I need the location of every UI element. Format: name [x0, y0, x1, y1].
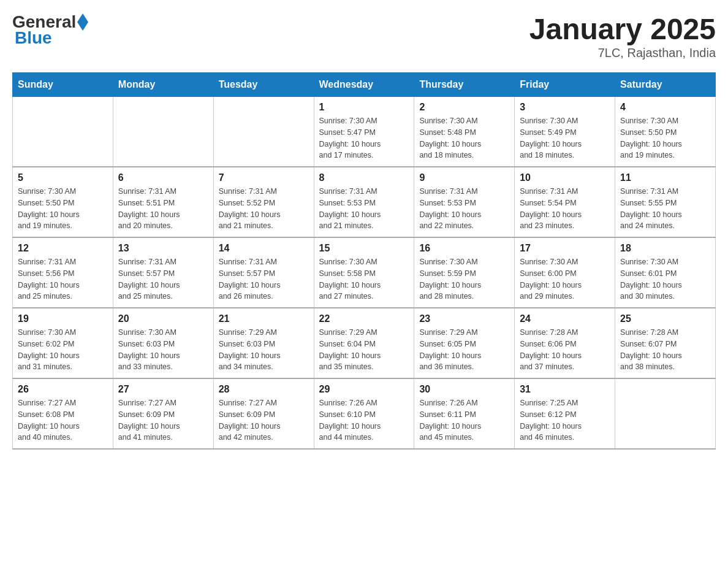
day-number: 14	[219, 243, 309, 254]
calendar-subtitle: 7LC, Rajasthan, India	[529, 46, 716, 60]
weekday-header-cell: Saturday	[615, 73, 716, 97]
day-number: 2	[419, 102, 509, 113]
calendar-cell	[13, 97, 113, 167]
calendar-cell: 23Sunrise: 7:29 AMSunset: 6:05 PMDayligh…	[414, 308, 515, 378]
day-info: Sunrise: 7:27 AMSunset: 6:09 PMDaylight:…	[118, 397, 208, 443]
weekday-header-cell: Tuesday	[213, 73, 314, 97]
logo-blue-text: Blue	[15, 28, 52, 48]
calendar-cell: 21Sunrise: 7:29 AMSunset: 6:03 PMDayligh…	[213, 308, 314, 378]
day-number: 4	[620, 102, 710, 113]
calendar-cell: 10Sunrise: 7:31 AMSunset: 5:54 PMDayligh…	[515, 167, 615, 237]
day-info: Sunrise: 7:31 AMSunset: 5:55 PMDaylight:…	[620, 186, 710, 232]
day-info: Sunrise: 7:27 AMSunset: 6:09 PMDaylight:…	[219, 397, 309, 443]
day-info: Sunrise: 7:27 AMSunset: 6:08 PMDaylight:…	[18, 397, 108, 443]
day-info: Sunrise: 7:31 AMSunset: 5:53 PMDaylight:…	[319, 186, 409, 232]
calendar-week-row: 19Sunrise: 7:30 AMSunset: 6:02 PMDayligh…	[13, 308, 716, 378]
day-number: 27	[118, 384, 208, 395]
day-info: Sunrise: 7:30 AMSunset: 5:50 PMDaylight:…	[620, 115, 710, 161]
day-number: 6	[118, 172, 208, 183]
calendar-cell: 3Sunrise: 7:30 AMSunset: 5:49 PMDaylight…	[515, 97, 615, 167]
day-info: Sunrise: 7:30 AMSunset: 5:48 PMDaylight:…	[419, 115, 509, 161]
day-number: 30	[419, 384, 509, 395]
day-info: Sunrise: 7:28 AMSunset: 6:06 PMDaylight:…	[520, 327, 610, 373]
day-info: Sunrise: 7:30 AMSunset: 5:58 PMDaylight:…	[319, 256, 409, 302]
calendar-cell: 31Sunrise: 7:25 AMSunset: 6:12 PMDayligh…	[515, 378, 615, 449]
day-info: Sunrise: 7:31 AMSunset: 5:57 PMDaylight:…	[118, 256, 208, 302]
day-number: 23	[419, 313, 509, 324]
calendar-week-row: 26Sunrise: 7:27 AMSunset: 6:08 PMDayligh…	[13, 378, 716, 449]
calendar-cell: 29Sunrise: 7:26 AMSunset: 6:10 PMDayligh…	[314, 378, 414, 449]
day-info: Sunrise: 7:31 AMSunset: 5:57 PMDaylight:…	[219, 256, 309, 302]
weekday-header-cell: Wednesday	[314, 73, 414, 97]
calendar-cell: 7Sunrise: 7:31 AMSunset: 5:52 PMDaylight…	[213, 167, 314, 237]
day-info: Sunrise: 7:28 AMSunset: 6:07 PMDaylight:…	[620, 327, 710, 373]
day-info: Sunrise: 7:26 AMSunset: 6:10 PMDaylight:…	[319, 397, 409, 443]
calendar-cell: 13Sunrise: 7:31 AMSunset: 5:57 PMDayligh…	[113, 237, 213, 308]
day-number: 10	[520, 172, 610, 183]
day-number: 1	[319, 102, 409, 113]
day-info: Sunrise: 7:31 AMSunset: 5:56 PMDaylight:…	[18, 256, 108, 302]
day-info: Sunrise: 7:26 AMSunset: 6:11 PMDaylight:…	[419, 397, 509, 443]
day-number: 25	[620, 313, 710, 324]
day-number: 16	[419, 243, 509, 254]
day-number: 18	[620, 243, 710, 254]
weekday-header-cell: Sunday	[13, 73, 113, 97]
calendar-title: January 2025	[529, 12, 716, 46]
day-info: Sunrise: 7:30 AMSunset: 5:49 PMDaylight:…	[520, 115, 610, 161]
calendar-cell: 19Sunrise: 7:30 AMSunset: 6:02 PMDayligh…	[13, 308, 113, 378]
day-number: 26	[18, 384, 108, 395]
day-info: Sunrise: 7:31 AMSunset: 5:53 PMDaylight:…	[419, 186, 509, 232]
day-number: 24	[520, 313, 610, 324]
calendar-cell	[113, 97, 213, 167]
calendar-cell: 8Sunrise: 7:31 AMSunset: 5:53 PMDaylight…	[314, 167, 414, 237]
day-number: 5	[18, 172, 108, 183]
day-number: 17	[520, 243, 610, 254]
day-number: 7	[219, 172, 309, 183]
day-info: Sunrise: 7:25 AMSunset: 6:12 PMDaylight:…	[520, 397, 610, 443]
day-number: 31	[520, 384, 610, 395]
title-area: January 2025 7LC, Rajasthan, India	[529, 12, 716, 60]
day-info: Sunrise: 7:31 AMSunset: 5:54 PMDaylight:…	[520, 186, 610, 232]
day-info: Sunrise: 7:30 AMSunset: 5:47 PMDaylight:…	[319, 115, 409, 161]
calendar-cell: 6Sunrise: 7:31 AMSunset: 5:51 PMDaylight…	[113, 167, 213, 237]
calendar-cell: 15Sunrise: 7:30 AMSunset: 5:58 PMDayligh…	[314, 237, 414, 308]
day-number: 13	[118, 243, 208, 254]
calendar-cell: 22Sunrise: 7:29 AMSunset: 6:04 PMDayligh…	[314, 308, 414, 378]
calendar-body: 1Sunrise: 7:30 AMSunset: 5:47 PMDaylight…	[13, 97, 716, 450]
calendar-cell: 2Sunrise: 7:30 AMSunset: 5:48 PMDaylight…	[414, 97, 515, 167]
calendar-cell: 14Sunrise: 7:31 AMSunset: 5:57 PMDayligh…	[213, 237, 314, 308]
calendar-cell: 5Sunrise: 7:30 AMSunset: 5:50 PMDaylight…	[13, 167, 113, 237]
day-number: 12	[18, 243, 108, 254]
day-info: Sunrise: 7:30 AMSunset: 6:02 PMDaylight:…	[18, 327, 108, 373]
weekday-header-cell: Friday	[515, 73, 615, 97]
day-info: Sunrise: 7:30 AMSunset: 6:00 PMDaylight:…	[520, 256, 610, 302]
day-info: Sunrise: 7:29 AMSunset: 6:05 PMDaylight:…	[419, 327, 509, 373]
day-number: 15	[319, 243, 409, 254]
weekday-header-cell: Thursday	[414, 73, 515, 97]
day-number: 8	[319, 172, 409, 183]
calendar-cell: 1Sunrise: 7:30 AMSunset: 5:47 PMDaylight…	[314, 97, 414, 167]
calendar-cell: 28Sunrise: 7:27 AMSunset: 6:09 PMDayligh…	[213, 378, 314, 449]
day-number: 20	[118, 313, 208, 324]
day-number: 9	[419, 172, 509, 183]
calendar-table: SundayMondayTuesdayWednesdayThursdayFrid…	[12, 72, 716, 450]
calendar-cell: 9Sunrise: 7:31 AMSunset: 5:53 PMDaylight…	[414, 167, 515, 237]
calendar-week-row: 1Sunrise: 7:30 AMSunset: 5:47 PMDaylight…	[13, 97, 716, 167]
calendar-cell: 18Sunrise: 7:30 AMSunset: 6:01 PMDayligh…	[615, 237, 716, 308]
calendar-cell: 17Sunrise: 7:30 AMSunset: 6:00 PMDayligh…	[515, 237, 615, 308]
day-info: Sunrise: 7:30 AMSunset: 5:59 PMDaylight:…	[419, 256, 509, 302]
calendar-cell: 24Sunrise: 7:28 AMSunset: 6:06 PMDayligh…	[515, 308, 615, 378]
day-number: 22	[319, 313, 409, 324]
day-number: 21	[219, 313, 309, 324]
day-number: 28	[219, 384, 309, 395]
day-info: Sunrise: 7:31 AMSunset: 5:52 PMDaylight:…	[219, 186, 309, 232]
calendar-cell: 25Sunrise: 7:28 AMSunset: 6:07 PMDayligh…	[615, 308, 716, 378]
calendar-week-row: 12Sunrise: 7:31 AMSunset: 5:56 PMDayligh…	[13, 237, 716, 308]
calendar-cell: 11Sunrise: 7:31 AMSunset: 5:55 PMDayligh…	[615, 167, 716, 237]
calendar-cell: 27Sunrise: 7:27 AMSunset: 6:09 PMDayligh…	[113, 378, 213, 449]
header: General Blue January 2025 7LC, Rajasthan…	[12, 12, 716, 60]
day-number: 19	[18, 313, 108, 324]
day-info: Sunrise: 7:29 AMSunset: 6:03 PMDaylight:…	[219, 327, 309, 373]
day-number: 3	[520, 102, 610, 113]
calendar-cell: 20Sunrise: 7:30 AMSunset: 6:03 PMDayligh…	[113, 308, 213, 378]
